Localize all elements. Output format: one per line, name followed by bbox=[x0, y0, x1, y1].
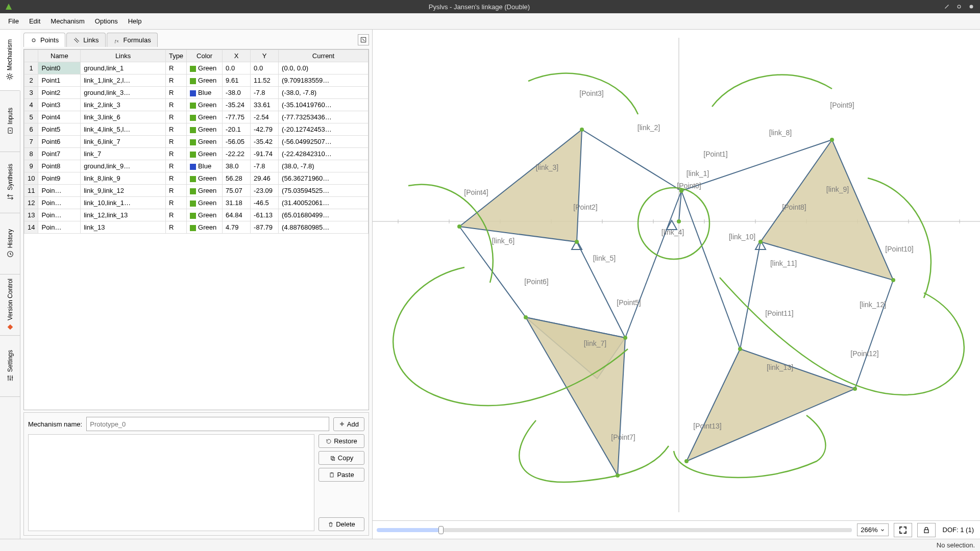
svg-marker-30 bbox=[459, 130, 582, 242]
svg-point-49 bbox=[457, 224, 461, 229]
titlebar: Pyslvs - Jansen's linkage (Double) bbox=[0, 0, 980, 13]
formula-icon: ƒx bbox=[113, 37, 120, 44]
window-title: Pyslvs - Jansen's linkage (Double) bbox=[16, 3, 942, 11]
table-row[interactable]: 9Point8ground,link_9…RBlue38.0-7.8(38.0,… bbox=[24, 160, 369, 172]
sidetab-synthesis[interactable]: Synthesis bbox=[0, 152, 20, 213]
table-row[interactable]: 13Poin…link_12,link_13RGreen64.84-61.13(… bbox=[24, 209, 369, 221]
paste-button[interactable]: Paste bbox=[318, 468, 364, 482]
column-header[interactable] bbox=[24, 50, 38, 62]
zoom-value[interactable]: 266% bbox=[857, 523, 888, 536]
window-minimize-icon[interactable] bbox=[942, 2, 951, 11]
svg-point-1 bbox=[970, 5, 973, 9]
menu-file[interactable]: File bbox=[3, 15, 24, 27]
table-row[interactable]: 12Poin…link_10,link_1…RGreen31.18-46.5(3… bbox=[24, 197, 369, 209]
status-text: No selection. bbox=[937, 541, 975, 549]
tab-links[interactable]: Links bbox=[66, 33, 105, 47]
svg-point-48 bbox=[575, 240, 579, 244]
table-row[interactable]: 6Point5link_4,link_5,l…RGreen-20.1-42.79… bbox=[24, 123, 369, 136]
column-header[interactable]: Type bbox=[165, 50, 186, 62]
side-tabs: Mechanism Inputs Synthesis History Versi… bbox=[0, 30, 20, 539]
copy-button[interactable]: Copy bbox=[318, 451, 364, 465]
lock-icon bbox=[922, 526, 930, 534]
sidetab-history[interactable]: History bbox=[0, 213, 20, 274]
points-table[interactable]: NameLinksTypeColorXYCurrent 1Point0groun… bbox=[23, 49, 369, 410]
window-close-icon[interactable] bbox=[967, 2, 976, 11]
table-row[interactable]: 14Poin…link_13RGreen4.79-87.79(4.8876809… bbox=[24, 221, 369, 234]
canvas[interactable]: [Point0][Point1][Point2][Point3][Point4]… bbox=[373, 30, 980, 520]
sidetab-version-control[interactable]: Version Control bbox=[0, 274, 20, 336]
table-row[interactable]: 7Point6link_6,link_7RGreen-56.05-35.42(-… bbox=[24, 136, 369, 148]
menu-edit[interactable]: Edit bbox=[24, 15, 45, 27]
canvas-area: [Point0][Point1][Point2][Point3][Point4]… bbox=[373, 30, 980, 539]
delete-button[interactable]: Delete bbox=[318, 517, 364, 531]
tab-formulas[interactable]: ƒx Formulas bbox=[107, 33, 158, 47]
tab-points[interactable]: Points bbox=[23, 33, 65, 47]
mechanism-name-input[interactable] bbox=[86, 417, 329, 431]
svg-point-6 bbox=[7, 376, 9, 378]
svg-point-56 bbox=[738, 347, 742, 351]
svg-point-2 bbox=[8, 76, 11, 78]
dof-label: DOF: 1 (1) bbox=[941, 526, 976, 534]
svg-point-0 bbox=[958, 5, 961, 8]
add-button[interactable]: Add bbox=[333, 417, 364, 431]
gear-icon bbox=[6, 72, 14, 81]
svg-point-57 bbox=[853, 387, 857, 391]
restore-button[interactable]: Restore bbox=[318, 434, 364, 448]
svg-marker-38 bbox=[761, 140, 893, 280]
paste-icon bbox=[329, 472, 335, 478]
sidetab-inputs[interactable]: Inputs bbox=[0, 91, 20, 152]
svg-point-46 bbox=[679, 189, 683, 193]
menu-options[interactable]: Options bbox=[90, 15, 123, 27]
svg-text:ƒx: ƒx bbox=[114, 38, 118, 43]
column-header[interactable]: Y bbox=[251, 50, 279, 62]
table-row[interactable]: 8Point7link_7RGreen-22.22-91.74(-22.4284… bbox=[24, 148, 369, 160]
add-icon bbox=[339, 421, 345, 427]
mechanism-list[interactable] bbox=[28, 434, 314, 531]
column-header[interactable]: X bbox=[223, 50, 251, 62]
point-icon bbox=[30, 37, 37, 44]
svg-point-9 bbox=[32, 39, 35, 42]
table-row[interactable]: 11Poin…link_9,link_12RGreen75.07-23.09(7… bbox=[24, 185, 369, 197]
zoom-slider[interactable] bbox=[377, 528, 852, 532]
sliders-icon bbox=[6, 374, 14, 382]
table-row[interactable]: 1Point0ground,link_1RGreen0.00.0(0.0, 0.… bbox=[24, 62, 369, 74]
column-header[interactable]: Name bbox=[38, 50, 81, 62]
svg-line-43 bbox=[855, 280, 893, 389]
statusbar: No selection. bbox=[0, 539, 980, 551]
link-icon bbox=[73, 37, 80, 44]
svg-point-53 bbox=[758, 240, 763, 244]
svg-line-42 bbox=[740, 242, 761, 349]
svg-line-41 bbox=[681, 191, 740, 349]
slider-handle[interactable] bbox=[438, 526, 444, 534]
table-row[interactable]: 5Point4link_3,link_6RGreen-77.75-2.54(-7… bbox=[24, 111, 369, 123]
column-header[interactable]: Current bbox=[279, 50, 369, 62]
svg-point-58 bbox=[684, 459, 689, 463]
table-row[interactable]: 10Point9link_8,link_9RGreen56.2829.46(56… bbox=[24, 172, 369, 185]
expand-arrows-icon bbox=[898, 525, 908, 535]
copy-icon bbox=[330, 455, 336, 461]
table-row[interactable]: 2Point1link_1,link_2,l…RGreen9.6111.52(9… bbox=[24, 74, 369, 87]
svg-marker-39 bbox=[687, 349, 855, 461]
sidetab-settings[interactable]: Settings bbox=[0, 336, 20, 397]
fit-view-button[interactable] bbox=[894, 523, 912, 537]
svg-point-55 bbox=[891, 278, 895, 282]
restore-icon bbox=[326, 438, 332, 444]
window-maximize-icon[interactable] bbox=[954, 2, 964, 11]
expand-button[interactable] bbox=[358, 34, 369, 45]
canvas-footer: 266% DOF: 1 (1) bbox=[373, 520, 980, 539]
sidetab-mechanism[interactable]: Mechanism bbox=[0, 30, 20, 91]
canvas-svg bbox=[373, 30, 980, 520]
column-header[interactable]: Color bbox=[187, 50, 223, 62]
menu-help[interactable]: Help bbox=[123, 15, 147, 27]
menu-mechanism[interactable]: Mechanism bbox=[45, 15, 89, 27]
chevron-down-icon bbox=[880, 528, 885, 533]
column-header[interactable]: Links bbox=[81, 50, 166, 62]
table-row[interactable]: 4Point3link_2,link_3RGreen-35.2433.61(-3… bbox=[24, 99, 369, 111]
svg-point-8 bbox=[11, 377, 13, 379]
svg-point-51 bbox=[524, 315, 528, 319]
table-row[interactable]: 3Point2ground,link_3…RBlue-38.0-7.8(-38.… bbox=[24, 87, 369, 99]
lock-button[interactable] bbox=[917, 523, 936, 537]
left-panel: Points Links ƒx Formulas NameLinksTypeCo… bbox=[20, 30, 373, 539]
svg-line-34 bbox=[582, 130, 681, 191]
svg-point-4 bbox=[9, 130, 11, 132]
